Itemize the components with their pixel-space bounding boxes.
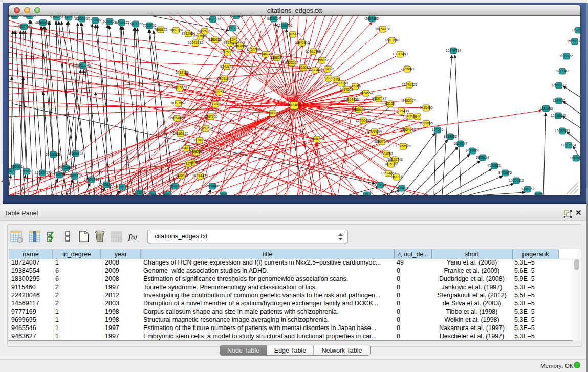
- svg-text:16046788: 16046788: [179, 146, 194, 150]
- svg-text:7632621: 7632621: [488, 164, 501, 167]
- svg-text:10654112: 10654112: [509, 179, 524, 182]
- svg-text:9115460: 9115460: [420, 106, 433, 110]
- svg-text:3624554: 3624554: [359, 91, 373, 95]
- svg-text:9463627: 9463627: [402, 99, 416, 102]
- svg-text:7515526: 7515526: [143, 24, 156, 27]
- svg-text:9498222: 9498222: [189, 150, 203, 154]
- svg-text:14136141: 14136141: [373, 183, 388, 187]
- svg-text:16914479: 16914479: [192, 174, 208, 178]
- svg-text:844: 844: [415, 115, 420, 118]
- svg-text:2867608: 2867608: [233, 44, 247, 48]
- svg-text:20206536: 20206536: [46, 152, 61, 156]
- svg-text:9657791: 9657791: [168, 184, 182, 188]
- svg-text:9227342: 9227342: [556, 69, 569, 73]
- svg-text:26053346: 26053346: [75, 63, 91, 67]
- svg-text:10961768: 10961768: [306, 50, 321, 53]
- svg-text:19384554: 19384554: [309, 137, 324, 141]
- svg-text:16640910: 16640910: [294, 41, 310, 45]
- svg-text:10807487: 10807487: [371, 97, 386, 100]
- svg-text:99758867: 99758867: [58, 166, 74, 169]
- svg-text:2718126: 2718126: [176, 71, 189, 74]
- svg-text:604: 604: [220, 193, 226, 195]
- svg-text:15692971: 15692971: [555, 129, 570, 133]
- svg-text:9242848: 9242848: [220, 64, 233, 68]
- svg-text:62160: 62160: [385, 102, 395, 105]
- svg-text:2803144: 2803144: [217, 77, 231, 80]
- svg-text:15751074: 15751074: [567, 39, 580, 43]
- svg-text:9777169: 9777169: [335, 81, 348, 85]
- svg-text:8427552: 8427552: [213, 90, 226, 94]
- svg-text:9245652: 9245652: [521, 187, 534, 191]
- svg-text:2935114: 2935114: [476, 156, 489, 159]
- svg-text:8454749: 8454749: [247, 48, 260, 51]
- svg-text:8032: 8032: [164, 192, 172, 195]
- svg-text:10025438: 10025438: [394, 109, 409, 113]
- svg-text:9841: 9841: [149, 192, 157, 195]
- svg-text:71: 71: [365, 193, 369, 195]
- svg-text:4055712: 4055712: [17, 25, 31, 28]
- svg-text:6794028: 6794028: [321, 67, 334, 71]
- svg-text:92456: 92456: [534, 193, 543, 195]
- svg-text:8813054: 8813054: [267, 17, 280, 20]
- svg-text:1167534: 1167534: [570, 156, 580, 160]
- svg-text:9146821: 9146821: [259, 52, 272, 56]
- svg-text:12093822: 12093822: [551, 83, 567, 87]
- svg-text:1903557: 1903557: [9, 16, 21, 17]
- svg-text:19166825: 19166825: [173, 132, 188, 135]
- svg-text:8990448: 8990448: [309, 68, 322, 72]
- svg-text:16120746: 16120746: [387, 158, 403, 161]
- svg-text:11325419: 11325419: [285, 32, 300, 36]
- svg-text:10688609: 10688609: [366, 130, 382, 134]
- svg-text:13226053: 13226053: [197, 29, 212, 33]
- svg-text:7625402: 7625402: [175, 173, 188, 177]
- svg-text:10958107: 10958107: [99, 183, 114, 186]
- svg-text:9660124: 9660124: [169, 28, 183, 32]
- svg-text:9474444: 9474444: [466, 149, 479, 152]
- svg-text:10973493: 10973493: [393, 52, 408, 56]
- svg-text:164095: 164095: [432, 128, 444, 132]
- svg-text:21364436: 21364436: [343, 98, 359, 101]
- svg-text:10719155: 10719155: [114, 20, 129, 24]
- svg-text:16543382: 16543382: [188, 41, 203, 45]
- svg-text:1615132: 1615132: [384, 162, 398, 166]
- svg-text:2087682: 2087682: [365, 17, 379, 20]
- svg-text:1733426: 1733426: [395, 186, 408, 190]
- svg-text:16033809: 16033809: [205, 17, 221, 21]
- svg-text:6497568: 6497568: [340, 87, 353, 91]
- svg-text:1527602: 1527602: [89, 18, 102, 22]
- svg-text:7663822: 7663822: [154, 28, 167, 31]
- svg-text:3675685: 3675685: [221, 50, 234, 54]
- svg-text:2013704: 2013704: [23, 16, 36, 17]
- svg-text:8938923: 8938923: [444, 135, 457, 138]
- svg-text:17359924: 17359924: [68, 151, 83, 155]
- svg-text:16210643: 16210643: [551, 114, 566, 117]
- svg-text:12975125: 12975125: [402, 83, 417, 86]
- svg-text:252214: 252214: [391, 175, 403, 179]
- svg-text:1292346: 1292346: [133, 191, 146, 194]
- svg-text:15716485: 15716485: [205, 184, 220, 188]
- svg-text:19654923: 19654923: [400, 128, 416, 132]
- svg-text:3215958: 3215958: [539, 106, 553, 110]
- svg-text:8186328: 8186328: [208, 38, 222, 41]
- svg-text:16154838: 16154838: [375, 27, 390, 31]
- svg-text:18807249: 18807249: [374, 140, 389, 143]
- svg-text:114519: 114519: [54, 173, 65, 177]
- svg-text:(x): (x): [131, 234, 137, 240]
- svg-text:12218506: 12218506: [277, 24, 292, 27]
- svg-text:12905135: 12905135: [67, 174, 82, 178]
- svg-text:19756928: 19756928: [396, 144, 411, 148]
- svg-text:16107552: 16107552: [170, 101, 186, 105]
- svg-text:18724007: 18724007: [287, 103, 302, 107]
- svg-text:10653267: 10653267: [74, 17, 90, 20]
- svg-text:17957223: 17957223: [84, 178, 99, 181]
- svg-text:7485063: 7485063: [401, 67, 414, 71]
- svg-text:16782759: 16782759: [115, 185, 130, 189]
- svg-text:16671355: 16671355: [128, 22, 143, 26]
- svg-text:0899695: 0899695: [420, 121, 433, 125]
- svg-text:1244415: 1244415: [552, 99, 565, 102]
- svg-text:7986322: 7986322: [352, 107, 365, 111]
- svg-text:17016504: 17016504: [561, 143, 576, 147]
- svg-text:12942757: 12942757: [35, 171, 50, 174]
- svg-text:6179197: 6179197: [454, 142, 467, 145]
- svg-text:18300295: 18300295: [265, 111, 280, 115]
